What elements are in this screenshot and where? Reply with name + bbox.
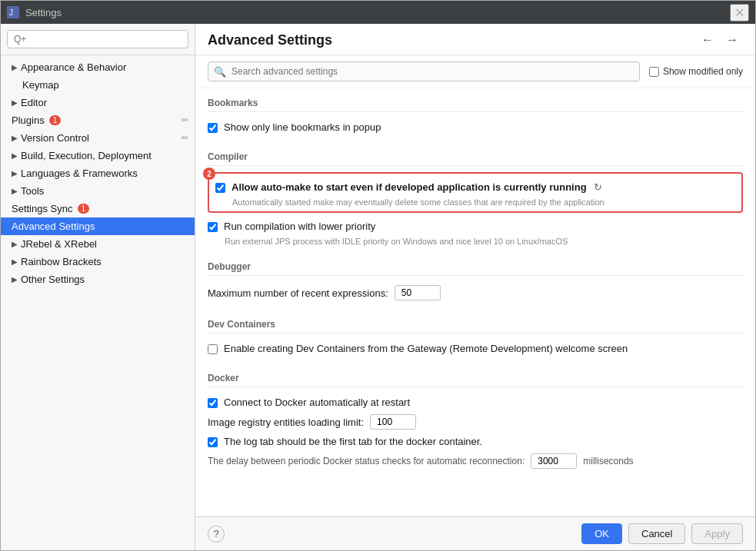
delay-input[interactable]: [531, 453, 577, 469]
sidebar-item-label: Rainbow Brackets: [21, 256, 102, 267]
lower-priority-label: Run compilation with lower priority: [224, 221, 375, 232]
dev-containers-gateway-checkbox[interactable]: [208, 344, 218, 354]
image-registry-input[interactable]: [370, 414, 416, 430]
lower-priority-hint: Run external JPS process with IDLE prior…: [225, 237, 743, 246]
line-bookmarks-checkbox[interactable]: [208, 123, 218, 133]
sidebar-item-appearance[interactable]: ▶Appearance & Behavior: [1, 58, 195, 76]
sidebar-item-label: Version Control: [21, 132, 89, 144]
settings-search-input[interactable]: [208, 61, 640, 81]
recent-expressions-row: Maximum number of recent expressions:: [208, 282, 743, 304]
delay-unit: milliseconds: [583, 456, 633, 466]
sidebar-list: ▶Appearance & BehaviorKeymap▶EditorPlugi…: [1, 55, 195, 550]
lower-priority-row: Run compilation with lower priority: [208, 217, 743, 235]
compiler-title: Compiler: [208, 151, 743, 166]
apply-button[interactable]: Apply: [691, 523, 743, 544]
sidebar-search-input[interactable]: [7, 30, 188, 48]
chevron-icon: ▶: [12, 98, 18, 107]
search-icon: 🔍: [214, 66, 226, 78]
close-button[interactable]: ✕: [730, 4, 749, 22]
sidebar-item-plugins[interactable]: Plugins1✏: [1, 111, 195, 129]
docker-auto-connect-checkbox[interactable]: [208, 398, 218, 408]
sidebar-item-label: Plugins: [12, 115, 45, 126]
sidebar-item-jrebel[interactable]: ▶JRebel & XRebel: [1, 235, 195, 253]
compiler-title-text: Compiler: [208, 151, 248, 162]
docker-section: Docker Connect to Docker automatically a…: [208, 373, 743, 472]
recent-expressions-label: Maximum number of recent expressions:: [208, 287, 388, 299]
debugger-title: Debugger: [208, 261, 743, 276]
sidebar-item-version-control[interactable]: ▶Version Control✏: [1, 129, 195, 147]
forward-button[interactable]: →: [721, 32, 743, 48]
main-header: Advanced Settings ← →: [195, 24, 755, 55]
auto-make-label: Allow auto-make to start even if develop…: [231, 181, 602, 193]
bookmarks-title: Bookmarks: [208, 98, 743, 112]
dev-containers-section: Dev Containers Enable creating Dev Conta…: [208, 319, 743, 357]
bookmarks-section: Bookmarks Show only line bookmarks in po…: [208, 98, 743, 136]
sidebar-item-keymap[interactable]: Keymap: [1, 76, 195, 94]
line-bookmarks-label: Show only line bookmarks in popup: [224, 121, 381, 133]
dev-containers-gateway-row: Enable creating Dev Containers from the …: [208, 340, 743, 357]
chevron-icon: ▶: [12, 169, 18, 178]
cancel-button[interactable]: Cancel: [628, 523, 685, 544]
settings-dialog: J Settings ✕ ▶Appearance & BehaviorKeyma…: [0, 0, 756, 551]
chevron-icon: ▶: [12, 240, 18, 248]
sidebar-item-label: Other Settings: [21, 274, 85, 285]
chevron-icon: ▶: [12, 187, 18, 195]
sidebar-item-label: Build, Execution, Deployment: [21, 150, 152, 161]
compiler-section: Compiler 2 Allow auto-make to start even…: [208, 151, 743, 246]
dialog-body: ▶Appearance & BehaviorKeymap▶EditorPlugi…: [1, 24, 755, 550]
sidebar-item-label: JRebel & XRebel: [21, 238, 97, 250]
compiler-highlighted: 2 Allow auto-make to start even if devel…: [208, 172, 743, 213]
sidebar-item-label: Settings Sync: [12, 203, 73, 214]
chevron-icon: ▶: [12, 134, 18, 142]
sidebar-item-label: Tools: [21, 185, 44, 197]
chevron-icon: ▶: [12, 257, 18, 266]
delay-row: The delay between periodic Docker status…: [208, 450, 743, 472]
image-registry-row: Image registry entities loading limit:: [208, 411, 743, 433]
log-tab-checkbox[interactable]: [208, 437, 218, 447]
show-modified-label: Show modified only: [663, 66, 743, 77]
sidebar-item-rainbow-brackets[interactable]: ▶Rainbow Brackets: [1, 253, 195, 271]
auto-make-checkbox[interactable]: [215, 183, 225, 193]
sidebar-item-label: Keymap: [22, 79, 59, 91]
content-area: Bookmarks Show only line bookmarks in po…: [195, 88, 755, 516]
page-title: Advanced Settings: [208, 32, 697, 48]
sidebar-badge: 1: [78, 204, 90, 214]
show-modified-container: Show modified only: [649, 66, 743, 77]
help-button[interactable]: ?: [208, 526, 225, 543]
docker-auto-connect-label: Connect to Docker automatically at resta…: [224, 397, 410, 408]
sidebar-item-editor[interactable]: ▶Editor: [1, 94, 195, 111]
sidebar-item-settings-sync[interactable]: Settings Sync1: [1, 200, 195, 217]
sidebar-item-languages[interactable]: ▶Languages & Frameworks: [1, 164, 195, 182]
delay-label: The delay between periodic Docker status…: [208, 456, 525, 466]
compiler-badge: 2: [203, 168, 215, 180]
edit-icon: ✏: [182, 133, 188, 143]
docker-title: Docker: [208, 373, 743, 387]
sidebar-item-advanced-settings[interactable]: Advanced Settings: [1, 217, 195, 235]
sidebar: ▶Appearance & BehaviorKeymap▶EditorPlugi…: [1, 24, 195, 550]
log-tab-label: The log tab should be the first tab for …: [224, 436, 482, 447]
docker-auto-connect-row: Connect to Docker automatically at resta…: [208, 393, 743, 411]
setting-row-line-bookmarks: Show only line bookmarks in popup: [208, 118, 743, 136]
sidebar-item-other-settings[interactable]: ▶Other Settings: [1, 271, 195, 288]
sidebar-item-build[interactable]: ▶Build, Execution, Deployment: [1, 147, 195, 164]
svg-text:J: J: [9, 8, 13, 17]
sidebar-badge: 1: [49, 115, 62, 125]
dialog-title: Settings: [25, 7, 730, 18]
back-button[interactable]: ←: [697, 32, 718, 48]
bottom-bar: ? OK Cancel Apply: [195, 516, 755, 550]
chevron-icon: ▶: [12, 63, 18, 71]
reset-icon[interactable]: ↻: [594, 181, 602, 193]
search-bar-row: 🔍 Show modified only: [195, 55, 755, 88]
action-buttons: OK Cancel Apply: [581, 523, 743, 544]
show-modified-checkbox[interactable]: [649, 67, 659, 77]
auto-make-row: Allow auto-make to start even if develop…: [215, 178, 735, 196]
debugger-section: Debugger Maximum number of recent expres…: [208, 261, 743, 304]
recent-expressions-input[interactable]: [395, 285, 441, 300]
nav-buttons: ← →: [697, 32, 743, 48]
ok-button[interactable]: OK: [581, 523, 622, 544]
main-content: Advanced Settings ← → 🔍 Show modified on…: [195, 24, 755, 550]
sidebar-item-tools[interactable]: ▶Tools: [1, 182, 195, 200]
auto-make-hint: Automatically started make may eventuall…: [232, 197, 735, 207]
edit-icon: ✏: [182, 115, 188, 125]
lower-priority-checkbox[interactable]: [208, 222, 218, 232]
